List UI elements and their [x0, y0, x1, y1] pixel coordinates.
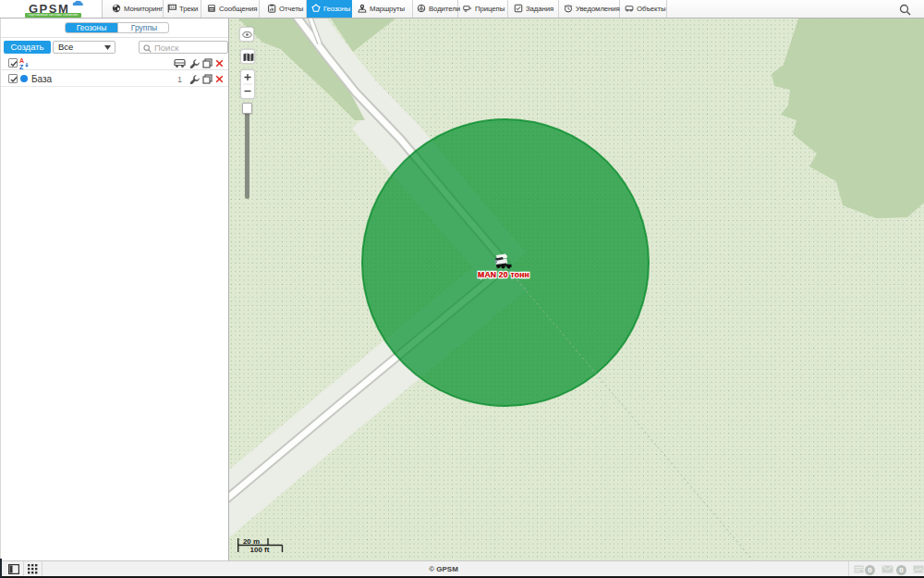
svg-text:100 ft: 100 ft: [250, 546, 270, 554]
svg-text:A: A: [19, 57, 24, 64]
svg-text:Z: Z: [19, 64, 24, 69]
svg-text:MAN 20 тонн: MAN 20 тонн: [478, 270, 529, 279]
svg-text:20 m: 20 m: [243, 537, 260, 546]
